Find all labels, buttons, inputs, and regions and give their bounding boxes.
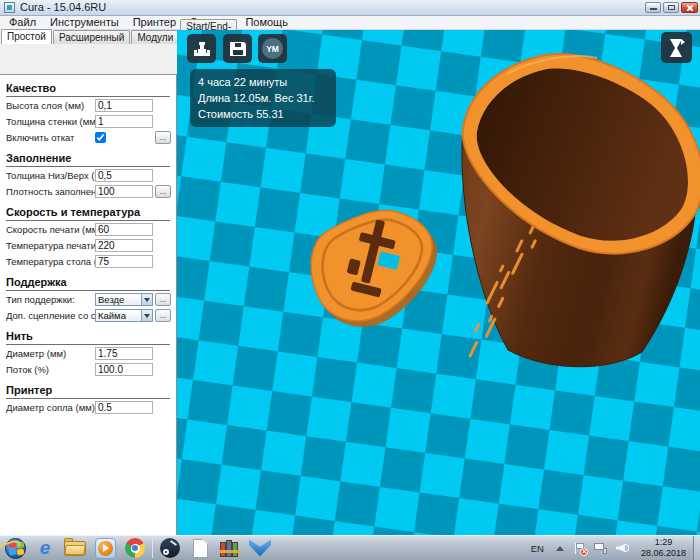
tab-basic[interactable]: Простой xyxy=(1,29,52,44)
setting-row: Доп. сцепление со столом: Кайма ... xyxy=(6,308,171,323)
internet-explorer-icon: e xyxy=(40,539,51,557)
setting-row: Температура печати (C) xyxy=(6,238,171,253)
cup-model[interactable] xyxy=(459,54,700,367)
menu-tools[interactable]: Инструменты xyxy=(43,16,126,29)
taskbar-item-steam[interactable] xyxy=(155,536,185,560)
taskbar-item-notepad[interactable] xyxy=(185,536,215,560)
titlebar[interactable]: Cura - 15.04.6RU xyxy=(0,0,700,16)
language-indicator[interactable]: EN xyxy=(525,543,550,554)
section-fill: Заполнение xyxy=(6,152,170,167)
bed-temp-input[interactable] xyxy=(95,255,153,268)
setting-row: Температура стола (C) xyxy=(6,254,171,269)
setting-row: Включить откат ... xyxy=(6,130,171,145)
view-mode-button[interactable] xyxy=(661,32,692,63)
support-settings-button[interactable]: ... xyxy=(155,293,171,306)
support-type-label: Тип поддержки: xyxy=(6,294,95,305)
tabstrip: Простой Расширенный Модули Start/End-GCo… xyxy=(0,30,177,44)
system-tray: EN 1:29 28.06.2018 xyxy=(525,536,700,560)
adhesion-label: Доп. сцепление со столом: xyxy=(6,310,95,321)
support-type-select[interactable]: Везде xyxy=(95,293,153,306)
action-center-flag-icon[interactable] xyxy=(574,542,586,555)
retraction-checkbox[interactable] xyxy=(95,132,106,143)
setting-row: Диаметр сопла (мм) xyxy=(6,400,171,415)
adhesion-settings-button[interactable]: ... xyxy=(155,309,171,322)
wall-thickness-input[interactable] xyxy=(95,115,153,128)
section-printer: Принтер xyxy=(6,384,170,399)
taskbar-item-mediaget[interactable] xyxy=(245,536,275,560)
filament-diameter-input[interactable] xyxy=(95,347,153,360)
window-title: Cura - 15.04.6RU xyxy=(20,0,106,15)
media-player-icon xyxy=(95,538,116,559)
menu-help[interactable]: Помощь xyxy=(238,16,295,29)
fill-settings-button[interactable]: ... xyxy=(155,185,171,198)
retraction-settings-button[interactable]: ... xyxy=(155,131,171,144)
setting-row: Плотность заполнения (%) ... xyxy=(6,184,171,199)
maximize-button[interactable] xyxy=(663,2,679,13)
bed-temp-label: Температура стола (C) xyxy=(6,256,95,267)
cura-app-icon xyxy=(4,2,15,13)
clock[interactable]: 1:29 28.06.2018 xyxy=(634,537,693,559)
section-speed-temp: Скорость и температура xyxy=(6,206,170,221)
print-speed-label: Скорость печати (мм/с) xyxy=(6,224,95,235)
folder-icon xyxy=(64,541,86,556)
youmagine-icon: YM xyxy=(262,38,283,59)
setting-row: Толщина Низ/Верх (мм) xyxy=(6,168,171,183)
filament-stats: Длина 12.05м. Вес 31г. xyxy=(198,90,328,106)
taskbar-divider xyxy=(152,538,153,558)
flow-label: Поток (%) xyxy=(6,364,95,375)
adhesion-value: Кайма xyxy=(96,310,141,321)
fill-density-input[interactable] xyxy=(95,185,153,198)
steam-icon xyxy=(160,538,180,558)
print-temp-label: Температура печати (C) xyxy=(6,240,95,251)
menu-file[interactable]: Файл xyxy=(2,16,43,29)
taskbar-item-wmp[interactable] xyxy=(90,536,120,560)
network-icon[interactable] xyxy=(594,542,607,554)
save-toolpath-button[interactable] xyxy=(223,34,252,63)
viewport-3d[interactable]: YM 4 часа 22 минуты Длина 12.05м. Вес 31… xyxy=(177,30,700,535)
layer-height-input[interactable] xyxy=(95,99,153,112)
bottom-top-label: Толщина Низ/Верх (мм) xyxy=(6,170,95,181)
badge-model[interactable] xyxy=(311,211,437,327)
settings-column: Простой Расширенный Модули Start/End-GCo… xyxy=(0,30,177,535)
chrome-icon xyxy=(125,538,145,558)
print-temp-input[interactable] xyxy=(95,239,153,252)
setting-row: Скорость печати (мм/с) xyxy=(6,222,171,237)
support-type-value: Везде xyxy=(96,294,141,305)
save-icon xyxy=(228,40,248,58)
filament-diameter-label: Диаметр (мм) xyxy=(6,348,95,359)
view-mode-icon xyxy=(667,37,687,59)
print-cost: Стоимость 55.31 xyxy=(198,106,328,122)
retraction-label: Включить откат xyxy=(6,132,95,143)
chevron-down-icon xyxy=(141,294,152,305)
share-youmagine-button[interactable]: YM xyxy=(258,34,287,63)
bottom-top-input[interactable] xyxy=(95,169,153,182)
close-button[interactable] xyxy=(681,2,698,13)
minimize-button[interactable] xyxy=(645,2,661,13)
setting-row: Тип поддержки: Везде ... xyxy=(6,292,171,307)
nozzle-size-input[interactable] xyxy=(95,401,153,414)
adhesion-select[interactable]: Кайма xyxy=(95,309,153,322)
nozzle-size-label: Диаметр сопла (мм) xyxy=(6,402,95,413)
hidden-icons-arrow[interactable] xyxy=(556,546,564,551)
setting-row: Толщина стенки (мм) xyxy=(6,114,171,129)
menu-printer[interactable]: Принтер xyxy=(126,16,183,29)
setting-row: Высота слоя (мм) xyxy=(6,98,171,113)
tab-advanced[interactable]: Расширенный xyxy=(53,30,130,44)
setting-row: Диаметр (мм) xyxy=(6,346,171,361)
load-model-icon xyxy=(192,40,212,58)
section-support: Поддержка xyxy=(6,276,170,291)
volume-icon[interactable] xyxy=(616,542,629,554)
taskbar-item-chrome[interactable] xyxy=(120,536,150,560)
print-speed-input[interactable] xyxy=(95,223,153,236)
flow-input[interactable] xyxy=(95,363,153,376)
taskbar-item-explorer[interactable] xyxy=(60,536,90,560)
desktop: Cura - 15.04.6RU Файл Инструменты Принте… xyxy=(0,0,700,560)
blue-chevron-icon xyxy=(249,540,271,557)
layer-height-label: Высота слоя (мм) xyxy=(6,100,95,111)
tab-plugins[interactable]: Модули xyxy=(131,30,179,44)
wall-thickness-label: Толщина стенки (мм) xyxy=(6,116,95,127)
taskbar-item-winrar[interactable] xyxy=(215,536,245,560)
show-desktop-button[interactable] xyxy=(693,536,700,560)
taskbar-item-ie[interactable]: e xyxy=(30,536,60,560)
load-model-button[interactable] xyxy=(187,34,216,63)
